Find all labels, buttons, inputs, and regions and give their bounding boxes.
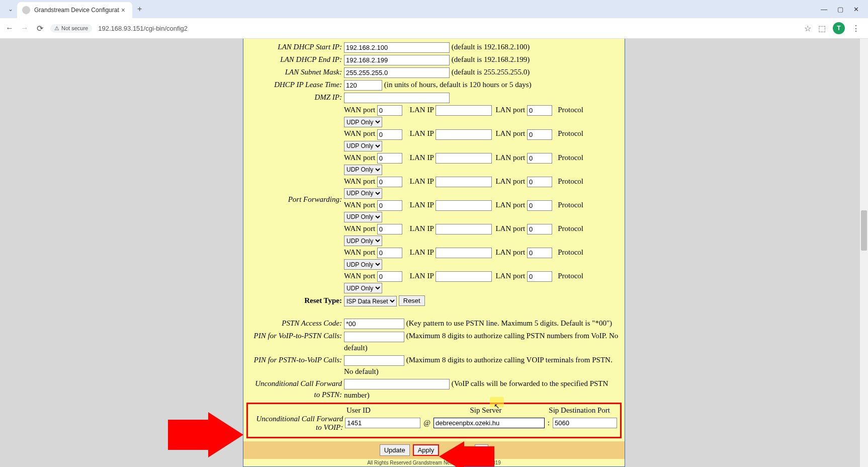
lan-port-label: LAN port	[495, 129, 525, 137]
lan-dhcp-end-label: LAN DHCP End IP:	[248, 54, 344, 65]
back-button[interactable]: ←	[5, 24, 14, 33]
port-forwarding-row: WAN port LAN IP LAN port ProtocolUDP Onl…	[344, 270, 620, 293]
ucf-pstn-input[interactable]	[344, 379, 450, 390]
protocol-label: Protocol	[558, 224, 583, 232]
voip-user-id-header: User ID	[346, 406, 427, 415]
pin-voip-pstn-label: PIN for VoIP-to-PSTN Calls:	[248, 330, 344, 341]
lan-port-input[interactable]	[527, 105, 552, 116]
protocol-select[interactable]: UDP Only	[344, 117, 382, 127]
close-tab-icon[interactable]: ×	[119, 6, 127, 14]
lan-port-input[interactable]	[527, 200, 552, 211]
protocol-select[interactable]: UDP Only	[344, 236, 382, 246]
reset-type-label: Reset Type:	[248, 295, 344, 306]
lan-port-input[interactable]	[527, 153, 552, 164]
lan-port-input[interactable]	[527, 177, 552, 187]
wan-port-input[interactable]	[377, 177, 402, 187]
pstn-access-input[interactable]	[344, 319, 404, 329]
url-display[interactable]: 192.168.93.151/cgi-bin/config2	[98, 25, 798, 32]
update-button[interactable]: Update	[380, 444, 410, 456]
lan-dhcp-start-hint: (default is 192.168.2.100)	[452, 43, 530, 51]
lan-port-input[interactable]	[527, 129, 552, 140]
dmz-ip-label: DMZ IP:	[248, 92, 344, 103]
new-tab-button[interactable]: +	[132, 5, 147, 14]
colon-separator: :	[545, 419, 553, 427]
lan-port-input[interactable]	[527, 271, 552, 282]
button-strip: Update Apply Cancel t	[243, 441, 625, 459]
protocol-select[interactable]: UDP Only	[344, 141, 382, 151]
lan-dhcp-end-input[interactable]	[344, 55, 450, 65]
pin-voip-pstn-input[interactable]	[344, 332, 404, 342]
pin-pstn-voip-label: PIN for PSTN-to-VoIP Calls:	[248, 354, 344, 365]
lan-ip-input[interactable]	[436, 129, 492, 140]
protocol-select[interactable]: UDP Only	[344, 259, 382, 270]
tabs-dropdown-icon[interactable]: ⌄	[4, 6, 17, 13]
security-chip[interactable]: ⚠ Not secure	[50, 24, 92, 33]
protocol-select[interactable]: UDP Only	[344, 188, 382, 199]
voip-sip-server-input[interactable]	[433, 418, 545, 428]
profile-avatar[interactable]: T	[833, 22, 845, 34]
lan-port-input[interactable]	[527, 224, 552, 235]
lan-port-input[interactable]	[527, 248, 552, 258]
dmz-ip-input[interactable]	[344, 93, 450, 103]
port-forwarding-row: WAN port LAN IP LAN port ProtocolUDP Onl…	[344, 128, 620, 151]
wan-port-input[interactable]	[377, 129, 402, 140]
protocol-select[interactable]: UDP Only	[344, 165, 382, 175]
reload-button[interactable]: ⟳	[35, 24, 44, 33]
reset-type-select[interactable]: ISP Data Reset	[344, 296, 397, 306]
lan-ip-input[interactable]	[436, 200, 492, 211]
apply-button[interactable]: Apply	[413, 444, 440, 456]
wan-port-input[interactable]	[377, 224, 402, 235]
lan-port-label: LAN port	[495, 224, 525, 232]
protocol-label: Protocol	[558, 248, 583, 256]
lan-ip-input[interactable]	[436, 153, 492, 164]
lan-port-label: LAN port	[495, 106, 525, 114]
lan-ip-label: LAN IP	[410, 177, 433, 185]
lan-ip-label: LAN IP	[410, 272, 433, 280]
maximize-icon[interactable]: ▢	[837, 6, 843, 13]
vertical-scrollbar[interactable]	[860, 39, 868, 467]
address-bar: ← → ⟳ ⚠ Not secure 192.168.93.151/cgi-bi…	[0, 18, 868, 38]
forward-button[interactable]: →	[20, 24, 29, 33]
kebab-menu-icon[interactable]: ⋮	[852, 24, 860, 33]
lan-ip-input[interactable]	[436, 224, 492, 235]
bookmark-icon[interactable]: ☆	[804, 24, 811, 33]
lan-subnet-input[interactable]	[344, 67, 450, 78]
wan-port-input[interactable]	[377, 271, 402, 282]
voip-sip-port-input[interactable]	[553, 418, 617, 428]
browser-tab[interactable]: Grandstream Device Configurat ×	[17, 2, 132, 18]
dhcp-lease-input[interactable]	[344, 80, 382, 91]
lan-ip-label: LAN IP	[410, 248, 433, 256]
wan-port-input[interactable]	[377, 105, 402, 116]
lan-dhcp-start-input[interactable]	[344, 42, 450, 53]
lan-ip-input[interactable]	[436, 177, 492, 187]
lan-subnet-hint: (default is 255.255.255.0)	[452, 68, 530, 76]
lan-ip-input[interactable]	[436, 271, 492, 282]
port-forwarding-label: Port Forwarding:	[248, 194, 344, 205]
wan-port-input[interactable]	[377, 153, 402, 164]
cursor-pointer-icon: ↖	[494, 402, 500, 410]
voip-forward-highlight-box: User ID Sip Server Sip Destination Port …	[246, 403, 622, 438]
port-forwarding-rows: WAN port LAN IP LAN port ProtocolUDP Onl…	[344, 104, 620, 294]
voip-user-id-input[interactable]	[345, 418, 420, 428]
wan-port-label: WAN port	[344, 201, 375, 209]
protocol-select[interactable]: UDP Only	[344, 283, 382, 293]
lan-port-label: LAN port	[495, 153, 525, 162]
window-controls: — ▢ ✕	[821, 6, 868, 13]
wan-port-label: WAN port	[344, 129, 375, 137]
minimize-icon[interactable]: —	[821, 6, 827, 13]
reset-button[interactable]: Reset	[399, 295, 425, 306]
lan-ip-input[interactable]	[436, 248, 492, 258]
svg-marker-1	[439, 441, 494, 467]
lan-ip-input[interactable]	[436, 105, 492, 116]
lan-dhcp-start-label: LAN DHCP Start IP:	[248, 41, 344, 52]
scroll-thumb[interactable]	[861, 210, 867, 251]
wan-port-input[interactable]	[377, 248, 402, 258]
wan-port-input[interactable]	[377, 200, 402, 211]
at-symbol: @	[420, 419, 433, 427]
pin-pstn-voip-input[interactable]	[344, 355, 404, 366]
protocol-select[interactable]: UDP Only	[344, 212, 382, 222]
protocol-label: Protocol	[558, 177, 583, 185]
close-window-icon[interactable]: ✕	[853, 6, 859, 13]
extensions-icon[interactable]: ⬚	[818, 24, 826, 33]
port-forwarding-row: WAN port LAN IP LAN port ProtocolUDP Onl…	[344, 176, 620, 199]
